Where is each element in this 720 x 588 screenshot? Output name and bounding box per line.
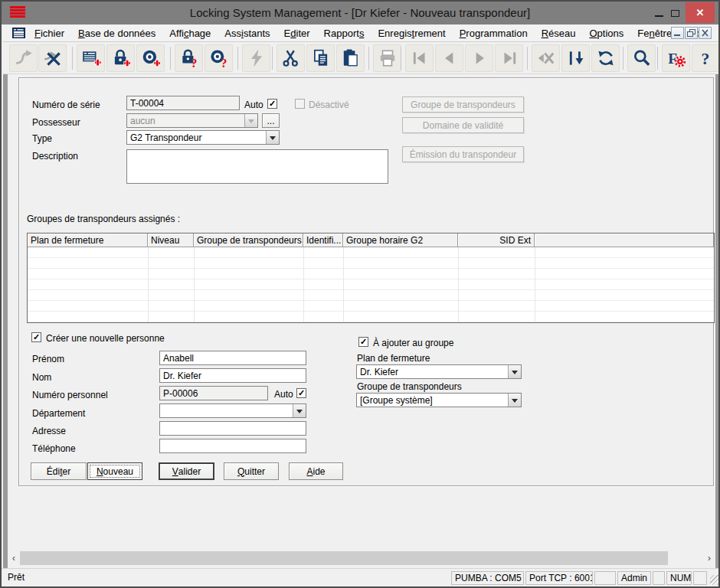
disconnect-icon: [43, 48, 63, 68]
group-label: Groupe de transpondeurs: [357, 381, 462, 392]
status-blank-1: [594, 571, 616, 585]
create-person-checkbox[interactable]: ✓: [31, 332, 41, 342]
col-groupe[interactable]: Groupe de transpondeurs: [194, 234, 303, 247]
app-window: Locking System Management - [Dr Kiefer -…: [0, 0, 720, 588]
refresh-button[interactable]: [591, 44, 620, 72]
scroll-right-arrow[interactable]: ›: [703, 550, 715, 566]
status-bar: Prêt PUMBA : COM5 Port TCP : 6001 Admin …: [2, 568, 720, 586]
copy-button[interactable]: [306, 44, 335, 72]
help-button[interactable]: ?: [692, 44, 720, 72]
quit-button[interactable]: Quitter: [224, 462, 279, 480]
status-device: PUMBA : COM5: [451, 571, 524, 585]
serial-input: [126, 96, 240, 110]
new-lock-button[interactable]: [106, 44, 135, 72]
mdi-minimize-button[interactable]: [671, 27, 684, 39]
menu-enregistrement[interactable]: Enregistrement: [371, 25, 452, 41]
type-combobox[interactable]: G2 Transpondeur: [126, 130, 280, 145]
new-lock-icon: [111, 48, 131, 68]
menu-reseau[interactable]: Réseau: [535, 25, 583, 41]
mdi-restore-icon: [686, 28, 697, 38]
new-locking-plan-button[interactable]: [77, 44, 105, 72]
document-icon: [12, 28, 26, 39]
ok-button[interactable]: Valider: [159, 462, 214, 480]
menu-fichier[interactable]: Fichier: [28, 25, 71, 41]
auto-checkbox[interactable]: ✓: [267, 99, 277, 109]
group-combobox[interactable]: [Groupe système]: [356, 393, 522, 407]
mdi-close-button[interactable]: [699, 27, 712, 39]
menu-assistants[interactable]: Assistants: [218, 25, 277, 41]
filter-settings-button[interactable]: F: [662, 44, 690, 72]
svg-text:?: ?: [701, 50, 709, 68]
chevron-down-icon[interactable]: [508, 365, 521, 378]
cut-button[interactable]: [277, 44, 305, 72]
scroll-left-arrow[interactable]: ‹: [8, 550, 20, 566]
add-to-group-checkbox[interactable]: ✓: [358, 337, 368, 347]
chevron-down-icon: [244, 114, 257, 127]
auto-checkbox-2[interactable]: ✓: [296, 388, 306, 398]
owner-combobox: aucun: [126, 113, 258, 128]
connect-icon: [14, 48, 34, 68]
program-icon: [247, 48, 267, 68]
department-combobox[interactable]: [159, 403, 306, 418]
read-lock-button[interactable]: ?: [175, 44, 203, 72]
disconnect-button[interactable]: [38, 44, 67, 72]
next-record-button: [465, 44, 493, 72]
col-niveau[interactable]: Niveau: [148, 234, 194, 247]
plan-combobox[interactable]: Dr. Kiefer: [356, 364, 522, 379]
new-button[interactable]: Nouveau: [87, 462, 142, 480]
last-name-input[interactable]: [159, 368, 306, 383]
menu-programmation[interactable]: Programmation: [453, 25, 535, 41]
table-header-row: Plan de fermeture Niveau Groupe de trans…: [28, 234, 714, 247]
resize-grip[interactable]: [710, 575, 720, 585]
transponder-groups-button: Groupe de transpondeurs: [402, 96, 524, 113]
maximize-button[interactable]: [667, 8, 682, 19]
chevron-down-icon[interactable]: [508, 394, 521, 407]
menu-affichage[interactable]: Affichage: [162, 25, 218, 41]
menu-rapports[interactable]: Rapports: [317, 25, 371, 41]
chevron-down-icon[interactable]: [293, 404, 306, 417]
menu-options[interactable]: Options: [582, 25, 630, 41]
program-button: [242, 44, 270, 72]
chevron-down-icon[interactable]: [266, 131, 279, 144]
edit-button[interactable]: Éditer: [31, 462, 87, 480]
help-dialog-button[interactable]: Aide: [289, 462, 343, 480]
paste-button[interactable]: [336, 44, 365, 72]
read-transponder-button[interactable]: ?: [205, 44, 233, 72]
menu-editer[interactable]: Editer: [277, 25, 317, 41]
paste-icon: [341, 48, 361, 68]
horizontal-scrollbar[interactable]: ‹ ›: [8, 550, 715, 566]
phone-input[interactable]: [159, 439, 306, 453]
title-bar: Locking System Management - [Dr Kiefer -…: [2, 2, 718, 24]
col-plan[interactable]: Plan de fermeture: [28, 234, 148, 247]
close-icon: ✕: [696, 7, 705, 18]
issue-transponder-button: Émission du transpondeur: [402, 146, 524, 162]
mdi-restore-button[interactable]: [685, 27, 698, 39]
close-button[interactable]: ✕: [686, 2, 715, 23]
owner-label: Possesseur: [32, 117, 80, 128]
goto-record-button[interactable]: [561, 44, 590, 72]
col-groupe-horaire[interactable]: Groupe horaire G2: [343, 234, 458, 247]
col-empty[interactable]: [535, 234, 714, 247]
scrollbar-thumb[interactable]: [20, 551, 668, 565]
menu-bar: Fichier Base de données Affichage Assist…: [3, 24, 718, 42]
col-identification[interactable]: Identifi...: [303, 234, 343, 247]
deactivated-label: Désactivé: [309, 100, 349, 110]
new-transponder-button[interactable]: [136, 44, 165, 72]
col-sid-ext[interactable]: SID Ext: [458, 234, 535, 247]
search-icon: [632, 48, 652, 68]
description-label: Description: [32, 151, 78, 162]
previous-record-button: [435, 44, 463, 72]
first-name-input[interactable]: [159, 351, 306, 365]
minimize-button[interactable]: [651, 8, 666, 19]
connect-button: [9, 44, 38, 72]
search-button[interactable]: [627, 44, 656, 72]
minimize-icon: [655, 15, 663, 17]
last-record-button: [495, 44, 523, 72]
department-label: Département: [32, 408, 85, 419]
read-transponder-icon: ?: [209, 48, 229, 68]
menu-base-de-donnees[interactable]: Base de données: [71, 25, 162, 41]
description-textarea[interactable]: [126, 149, 388, 184]
owner-browse-button[interactable]: ...: [262, 113, 280, 128]
status-ready: Prêt: [8, 572, 25, 583]
address-input[interactable]: [159, 421, 306, 436]
